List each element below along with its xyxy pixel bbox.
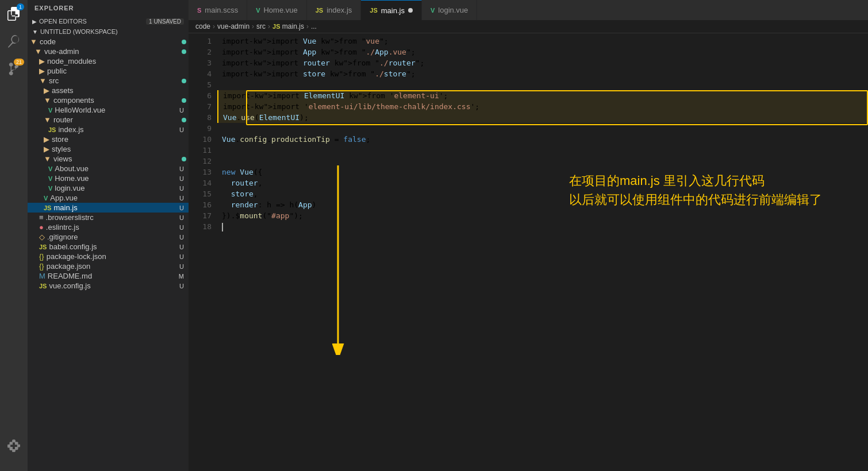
tree-item-package.json[interactable]: {} package.jsonU bbox=[28, 261, 189, 271]
tab-index.js[interactable]: JS index.js bbox=[307, 0, 362, 20]
open-editors-section[interactable]: ▶ OPEN EDITORS 1 UNSAVED bbox=[28, 16, 189, 26]
tab-main.js[interactable]: JS main.js bbox=[361, 0, 422, 20]
tree-item-.gitignore[interactable]: ◇ .gitignoreU bbox=[28, 232, 189, 242]
tree-item-vue.config.js[interactable]: JS vue.config.jsU bbox=[28, 281, 189, 291]
tree-item-styles[interactable]: ▶ styles bbox=[28, 144, 189, 154]
tab-login.vue[interactable]: V login.vue bbox=[422, 0, 477, 20]
tree-item-main.js[interactable]: JS main.jsU bbox=[28, 203, 189, 213]
tree-item-src[interactable]: ▼ src bbox=[28, 76, 189, 86]
breadcrumb: code›vue-admin›src›JS main.js›... bbox=[189, 20, 868, 33]
tree-item-store[interactable]: ▶ store bbox=[28, 134, 189, 144]
tree-item-README.md[interactable]: M README.mdM bbox=[28, 271, 189, 281]
tree-item-HelloWorld.vue[interactable]: V HelloWorld.vueU bbox=[28, 105, 189, 115]
code-line-4: import-kw">import store kw">from "./stor… bbox=[217, 68, 868, 79]
sidebar: EXPLORER ▶ OPEN EDITORS 1 UNSAVED ▼ UNTI… bbox=[28, 0, 189, 471]
tab-Home.vue[interactable]: V Home.vue bbox=[247, 0, 307, 20]
tree-item-.eslintrc.js[interactable]: ● .eslintrc.jsU bbox=[28, 222, 189, 232]
open-editors-label: OPEN EDITORS bbox=[39, 18, 87, 25]
annotation-line2: 以后就可以使用组件中的代码进行前端编辑了 bbox=[569, 190, 822, 209]
tree-item-index.js-router[interactable]: JS index.jsU bbox=[28, 125, 189, 134]
code-line-3: import-kw">import router kw">from "./rou… bbox=[217, 57, 868, 68]
workspace-label: UNTITLED (WORKSPACE) bbox=[40, 28, 118, 35]
code-line-17: }).$mount("#app"); bbox=[217, 210, 868, 221]
source-control-badge: 21 bbox=[14, 59, 24, 65]
tree-item-package-lock.json[interactable]: {} package-lock.jsonU bbox=[28, 252, 189, 261]
tree-item-code[interactable]: ▼ code bbox=[28, 37, 189, 47]
tree-item-login.vue[interactable]: V login.vueU bbox=[28, 183, 189, 193]
tab-main.scss[interactable]: S main.scss bbox=[189, 0, 247, 20]
workspace-chevron: ▼ bbox=[32, 29, 38, 35]
code-line-12 bbox=[217, 156, 868, 167]
tree-item-vue-admin[interactable]: ▼ vue-admin bbox=[28, 47, 189, 56]
source-control-icon[interactable]: 21 bbox=[0, 55, 28, 83]
tree-item-babel.config.js[interactable]: JS babel.config.jsU bbox=[28, 242, 189, 252]
editor[interactable]: 123456789101112131415161718 import-kw">i… bbox=[189, 33, 868, 471]
tree-item-components[interactable]: ▼ components bbox=[28, 95, 189, 105]
tree-item-node_modules[interactable]: ▶ node_modules bbox=[28, 56, 189, 66]
tree-item-Home.vue[interactable]: V Home.vueU bbox=[28, 173, 189, 183]
line-numbers: 123456789101112131415161718 bbox=[189, 33, 217, 471]
modified-dot bbox=[182, 157, 186, 161]
files-icon[interactable]: 1 bbox=[0, 0, 28, 28]
annotation: 在项目的main.js 里引入这几行代码 以后就可以使用组件中的代码进行前端编辑… bbox=[569, 171, 822, 209]
code-line-5 bbox=[217, 79, 868, 90]
files-badge: 1 bbox=[17, 3, 24, 10]
workspace-section[interactable]: ▼ UNTITLED (WORKSPACE) bbox=[28, 26, 189, 37]
modified-dot bbox=[182, 79, 186, 83]
code-line-18 bbox=[217, 221, 868, 232]
explorer-header: EXPLORER bbox=[28, 0, 189, 16]
tree-item-assets[interactable]: ▶ assets bbox=[28, 86, 189, 95]
tree-item-router[interactable]: ▼ router bbox=[28, 115, 189, 125]
search-icon[interactable] bbox=[0, 28, 28, 55]
code-line-7: import-kw">import 'element-ui/lib/theme-… bbox=[217, 101, 868, 112]
code-line-6: import-kw">import ElementUI kw">from 'el… bbox=[217, 90, 868, 101]
code-line-8: Vue.use(ElementUI); bbox=[217, 112, 868, 123]
code-area[interactable]: import-kw">import Vue kw">from "vue";imp… bbox=[217, 33, 868, 471]
code-line-11 bbox=[217, 145, 868, 156]
file-tree: ▼ code▼ vue-admin▶ node_modules▶ public▼… bbox=[28, 37, 189, 471]
tab-modified-dot bbox=[408, 8, 413, 13]
modified-dot bbox=[182, 98, 186, 103]
tree-item-App.vue[interactable]: V App.vueU bbox=[28, 193, 189, 203]
code-line-10: Vue.config.productionTip = false; bbox=[217, 134, 868, 145]
code-line-2: import-kw">import App kw">from "./App.vu… bbox=[217, 47, 868, 57]
modified-dot bbox=[182, 49, 186, 54]
annotation-line1: 在项目的main.js 里引入这几行代码 bbox=[569, 171, 822, 190]
unsaved-badge: 1 UNSAVED bbox=[146, 18, 184, 25]
extensions-icon[interactable] bbox=[0, 432, 28, 460]
open-editors-chevron: ▶ bbox=[32, 18, 37, 25]
code-line-1: import-kw">import Vue kw">from "vue"; bbox=[217, 36, 868, 47]
tree-item-.browserslistrc[interactable]: ≡ .browserslistrcU bbox=[28, 213, 189, 222]
tree-item-About.vue[interactable]: V About.vueU bbox=[28, 164, 189, 173]
main-editor-area: S main.scssV Home.vueJS index.jsJS main.… bbox=[189, 0, 868, 471]
modified-dot bbox=[182, 118, 186, 122]
modified-dot bbox=[182, 40, 186, 44]
activity-bar: 1 21 bbox=[0, 0, 28, 471]
tab-bar: S main.scssV Home.vueJS index.jsJS main.… bbox=[189, 0, 868, 20]
tree-item-public[interactable]: ▶ public bbox=[28, 66, 189, 76]
code-line-9 bbox=[217, 123, 868, 134]
tree-item-views[interactable]: ▼ views bbox=[28, 154, 189, 164]
